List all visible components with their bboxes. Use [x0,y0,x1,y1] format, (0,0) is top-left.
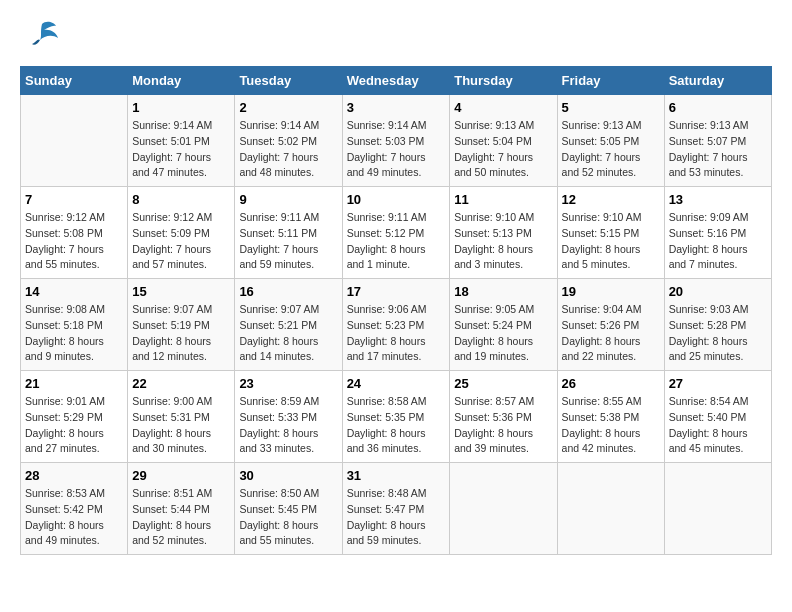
day-number: 28 [25,468,123,483]
day-number: 25 [454,376,552,391]
day-info: Sunrise: 8:55 AMSunset: 5:38 PMDaylight:… [562,394,660,457]
day-number: 20 [669,284,767,299]
day-info: Sunrise: 9:12 AMSunset: 5:08 PMDaylight:… [25,210,123,273]
day-number: 2 [239,100,337,115]
week-row-1: 1Sunrise: 9:14 AMSunset: 5:01 PMDaylight… [21,95,772,187]
day-info: Sunrise: 8:59 AMSunset: 5:33 PMDaylight:… [239,394,337,457]
calendar-cell: 8Sunrise: 9:12 AMSunset: 5:09 PMDaylight… [128,187,235,279]
calendar-cell: 29Sunrise: 8:51 AMSunset: 5:44 PMDayligh… [128,463,235,555]
day-info: Sunrise: 8:48 AMSunset: 5:47 PMDaylight:… [347,486,446,549]
calendar-cell: 15Sunrise: 9:07 AMSunset: 5:19 PMDayligh… [128,279,235,371]
calendar-cell: 9Sunrise: 9:11 AMSunset: 5:11 PMDaylight… [235,187,342,279]
day-info: Sunrise: 9:10 AMSunset: 5:15 PMDaylight:… [562,210,660,273]
calendar-cell: 5Sunrise: 9:13 AMSunset: 5:05 PMDaylight… [557,95,664,187]
header-cell-wednesday: Wednesday [342,67,450,95]
calendar-cell: 27Sunrise: 8:54 AMSunset: 5:40 PMDayligh… [664,371,771,463]
day-info: Sunrise: 9:00 AMSunset: 5:31 PMDaylight:… [132,394,230,457]
calendar-header: SundayMondayTuesdayWednesdayThursdayFrid… [21,67,772,95]
calendar-cell: 23Sunrise: 8:59 AMSunset: 5:33 PMDayligh… [235,371,342,463]
day-number: 16 [239,284,337,299]
day-info: Sunrise: 9:14 AMSunset: 5:01 PMDaylight:… [132,118,230,181]
calendar-cell: 3Sunrise: 9:14 AMSunset: 5:03 PMDaylight… [342,95,450,187]
day-number: 17 [347,284,446,299]
calendar-cell: 10Sunrise: 9:11 AMSunset: 5:12 PMDayligh… [342,187,450,279]
day-info: Sunrise: 9:08 AMSunset: 5:18 PMDaylight:… [25,302,123,365]
day-info: Sunrise: 9:07 AMSunset: 5:19 PMDaylight:… [132,302,230,365]
day-info: Sunrise: 9:13 AMSunset: 5:04 PMDaylight:… [454,118,552,181]
day-number: 26 [562,376,660,391]
calendar-cell: 30Sunrise: 8:50 AMSunset: 5:45 PMDayligh… [235,463,342,555]
calendar-cell: 26Sunrise: 8:55 AMSunset: 5:38 PMDayligh… [557,371,664,463]
calendar-cell: 22Sunrise: 9:00 AMSunset: 5:31 PMDayligh… [128,371,235,463]
header-cell-tuesday: Tuesday [235,67,342,95]
calendar-cell: 1Sunrise: 9:14 AMSunset: 5:01 PMDaylight… [128,95,235,187]
calendar-cell: 13Sunrise: 9:09 AMSunset: 5:16 PMDayligh… [664,187,771,279]
day-info: Sunrise: 8:58 AMSunset: 5:35 PMDaylight:… [347,394,446,457]
calendar-cell: 7Sunrise: 9:12 AMSunset: 5:08 PMDaylight… [21,187,128,279]
day-number: 10 [347,192,446,207]
day-info: Sunrise: 8:53 AMSunset: 5:42 PMDaylight:… [25,486,123,549]
day-number: 13 [669,192,767,207]
day-number: 27 [669,376,767,391]
calendar-cell: 19Sunrise: 9:04 AMSunset: 5:26 PMDayligh… [557,279,664,371]
calendar-cell: 31Sunrise: 8:48 AMSunset: 5:47 PMDayligh… [342,463,450,555]
day-number: 12 [562,192,660,207]
day-number: 11 [454,192,552,207]
day-info: Sunrise: 9:11 AMSunset: 5:11 PMDaylight:… [239,210,337,273]
day-info: Sunrise: 9:14 AMSunset: 5:03 PMDaylight:… [347,118,446,181]
day-info: Sunrise: 9:13 AMSunset: 5:05 PMDaylight:… [562,118,660,181]
day-number: 30 [239,468,337,483]
week-row-4: 21Sunrise: 9:01 AMSunset: 5:29 PMDayligh… [21,371,772,463]
day-number: 24 [347,376,446,391]
day-number: 23 [239,376,337,391]
day-info: Sunrise: 9:05 AMSunset: 5:24 PMDaylight:… [454,302,552,365]
calendar-cell [557,463,664,555]
day-info: Sunrise: 9:07 AMSunset: 5:21 PMDaylight:… [239,302,337,365]
day-info: Sunrise: 8:54 AMSunset: 5:40 PMDaylight:… [669,394,767,457]
day-number: 21 [25,376,123,391]
calendar-cell [664,463,771,555]
day-number: 29 [132,468,230,483]
week-row-5: 28Sunrise: 8:53 AMSunset: 5:42 PMDayligh… [21,463,772,555]
calendar-cell: 24Sunrise: 8:58 AMSunset: 5:35 PMDayligh… [342,371,450,463]
header-cell-thursday: Thursday [450,67,557,95]
day-number: 3 [347,100,446,115]
day-number: 7 [25,192,123,207]
day-info: Sunrise: 8:50 AMSunset: 5:45 PMDaylight:… [239,486,337,549]
day-info: Sunrise: 9:14 AMSunset: 5:02 PMDaylight:… [239,118,337,181]
calendar-cell: 25Sunrise: 8:57 AMSunset: 5:36 PMDayligh… [450,371,557,463]
page-header [20,20,772,56]
calendar-cell: 4Sunrise: 9:13 AMSunset: 5:04 PMDaylight… [450,95,557,187]
day-info: Sunrise: 9:10 AMSunset: 5:13 PMDaylight:… [454,210,552,273]
day-number: 18 [454,284,552,299]
day-number: 5 [562,100,660,115]
calendar-cell: 14Sunrise: 9:08 AMSunset: 5:18 PMDayligh… [21,279,128,371]
week-row-3: 14Sunrise: 9:08 AMSunset: 5:18 PMDayligh… [21,279,772,371]
calendar-cell [21,95,128,187]
day-number: 4 [454,100,552,115]
day-number: 8 [132,192,230,207]
day-info: Sunrise: 9:11 AMSunset: 5:12 PMDaylight:… [347,210,446,273]
bird-icon [24,16,60,56]
day-number: 6 [669,100,767,115]
calendar-cell: 20Sunrise: 9:03 AMSunset: 5:28 PMDayligh… [664,279,771,371]
day-info: Sunrise: 8:57 AMSunset: 5:36 PMDaylight:… [454,394,552,457]
day-number: 9 [239,192,337,207]
day-number: 1 [132,100,230,115]
header-cell-sunday: Sunday [21,67,128,95]
calendar-cell: 17Sunrise: 9:06 AMSunset: 5:23 PMDayligh… [342,279,450,371]
day-info: Sunrise: 9:09 AMSunset: 5:16 PMDaylight:… [669,210,767,273]
header-row: SundayMondayTuesdayWednesdayThursdayFrid… [21,67,772,95]
calendar-cell: 12Sunrise: 9:10 AMSunset: 5:15 PMDayligh… [557,187,664,279]
week-row-2: 7Sunrise: 9:12 AMSunset: 5:08 PMDaylight… [21,187,772,279]
day-number: 15 [132,284,230,299]
calendar-cell: 28Sunrise: 8:53 AMSunset: 5:42 PMDayligh… [21,463,128,555]
day-info: Sunrise: 9:03 AMSunset: 5:28 PMDaylight:… [669,302,767,365]
calendar-cell: 21Sunrise: 9:01 AMSunset: 5:29 PMDayligh… [21,371,128,463]
calendar-cell [450,463,557,555]
day-number: 22 [132,376,230,391]
day-info: Sunrise: 9:04 AMSunset: 5:26 PMDaylight:… [562,302,660,365]
calendar-cell: 16Sunrise: 9:07 AMSunset: 5:21 PMDayligh… [235,279,342,371]
calendar-body: 1Sunrise: 9:14 AMSunset: 5:01 PMDaylight… [21,95,772,555]
logo [20,20,60,56]
